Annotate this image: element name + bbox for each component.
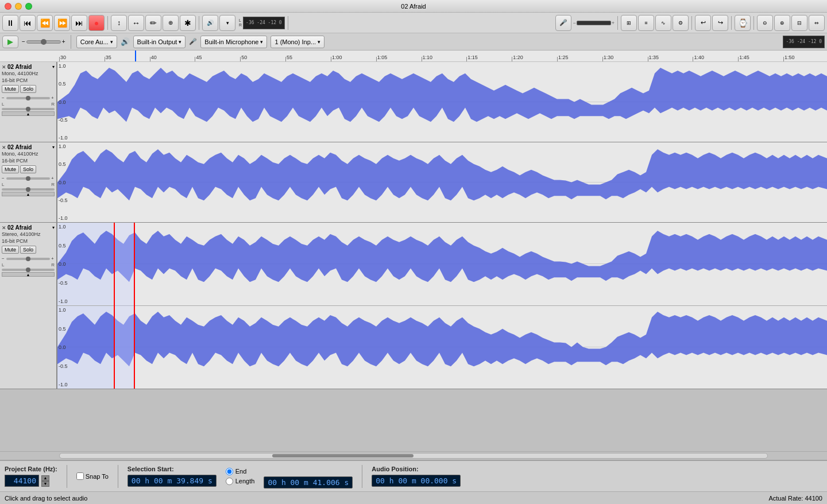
track-1-waveform[interactable]: 1.0 0.5 0.0 -0.5 -1.0 bbox=[57, 62, 827, 142]
track-2-l-label: L bbox=[2, 182, 4, 187]
zoom-in-button[interactable]: ⊕ bbox=[163, 15, 179, 31]
freq-button[interactable]: ≡ bbox=[638, 15, 654, 31]
track-3-waveform-area[interactable]: 1.0 0.5 0.0 -0.5 -1.0 bbox=[57, 223, 827, 389]
rewind-icon: ⏮ bbox=[24, 18, 32, 28]
track-1-l-label: L bbox=[2, 102, 4, 107]
analyze-button[interactable]: ∿ bbox=[655, 15, 671, 31]
select-tool-button[interactable]: ↕ bbox=[111, 15, 127, 31]
track-2-close-button[interactable]: ✕ bbox=[2, 145, 6, 150]
channel-dropdown[interactable]: 1 (Mono) Inp... bbox=[270, 36, 324, 48]
track-3-left-svg bbox=[57, 223, 827, 305]
analyze-icon: ∿ bbox=[661, 20, 666, 26]
track-3-mute-button[interactable]: Mute bbox=[2, 246, 19, 254]
zoom-fit-icon: ⊖ bbox=[763, 20, 767, 26]
maximize-button[interactable] bbox=[25, 3, 32, 10]
grid-button[interactable]: ⊞ bbox=[621, 15, 637, 31]
zoom-sel-button[interactable]: ⊕ bbox=[774, 15, 790, 31]
zoom-sel-icon: ⊕ bbox=[780, 20, 785, 26]
scrollbar-thumb[interactable] bbox=[272, 454, 413, 458]
draw-tool-button[interactable]: ✏ bbox=[145, 15, 161, 31]
record-button[interactable]: ● bbox=[88, 15, 105, 31]
track-2-pan-slider[interactable] bbox=[2, 188, 55, 191]
timer-button[interactable]: ⌚ bbox=[735, 15, 751, 31]
track-1-header: ✕ 02 Afraid ▾ Mono, 44100Hz 16-bit PCM M… bbox=[0, 62, 57, 142]
mic-icon: 🎤 bbox=[559, 19, 567, 26]
tools-icon: ⚙ bbox=[678, 20, 683, 26]
track-1-solo-button[interactable]: Solo bbox=[20, 85, 36, 93]
selection-start-value[interactable]: 00 h 00 m 39.849 s bbox=[127, 475, 217, 487]
input-device-label: Built-in Microphone bbox=[204, 38, 258, 45]
track-2-pan-row bbox=[2, 188, 55, 191]
track-2-collapse-button[interactable]: ▲ bbox=[2, 192, 55, 196]
track-2-volume-slider[interactable] bbox=[6, 177, 50, 180]
mic-button[interactable]: 🎤 bbox=[555, 15, 571, 31]
horizontal-scrollbar[interactable] bbox=[59, 453, 768, 459]
snap-button[interactable]: ✱ bbox=[180, 15, 196, 31]
separator4 bbox=[617, 16, 618, 30]
track-1-close-button[interactable]: ✕ bbox=[2, 64, 6, 70]
track-3-pan-slider[interactable] bbox=[2, 269, 55, 271]
track-1-mute-button[interactable]: Mute bbox=[2, 85, 19, 93]
track-2-header: ✕ 02 Afraid ▾ Mono, 44100Hz 16-bit PCM M… bbox=[0, 142, 57, 222]
ruler-tick: 1:00 bbox=[331, 51, 376, 61]
input-device-dropdown[interactable]: Built-in Microphone bbox=[200, 36, 267, 48]
track-2-waveform[interactable]: 1.0 0.5 0.0 -0.5 -1.0 bbox=[57, 142, 827, 222]
track-1-collapse-button[interactable]: ▲ bbox=[2, 111, 55, 116]
skip-fwd-icon: ⏩ bbox=[57, 18, 67, 28]
track-1-r-label: R bbox=[51, 102, 55, 107]
track-3-dropdown-button[interactable]: ▾ bbox=[52, 225, 55, 230]
skip-fwd-button[interactable]: ⏩ bbox=[54, 15, 70, 31]
rate-up-button[interactable]: ▲ bbox=[41, 475, 49, 481]
project-rate-value[interactable]: 44100 bbox=[5, 475, 39, 487]
snap-to-checkbox[interactable] bbox=[76, 472, 84, 480]
track-1-lr-row: L R bbox=[2, 102, 55, 107]
end-value[interactable]: 00 h 00 m 41.006 s bbox=[264, 476, 353, 489]
redo-button[interactable]: ↪ bbox=[712, 15, 728, 31]
track-3-lr-row: L R bbox=[2, 262, 55, 267]
output-meter-labels: -36 -24 -12 0 bbox=[786, 39, 822, 44]
playback-device-dropdown[interactable]: Core Au... bbox=[76, 36, 117, 48]
main-content: ✕ 02 Afraid ▾ Mono, 44100Hz 16-bit PCM M… bbox=[0, 62, 827, 451]
track-3-solo-button[interactable]: Solo bbox=[20, 246, 36, 254]
rewind-button[interactable]: ⏮ bbox=[20, 15, 36, 31]
track-3-close-button[interactable]: ✕ bbox=[2, 225, 6, 231]
mic-small-icon[interactable]: 🎤 bbox=[189, 38, 197, 45]
timeline-ruler[interactable]: 3035404550551:001:051:101:151:201:251:30… bbox=[0, 51, 827, 62]
play-button[interactable]: ▶ bbox=[2, 36, 18, 48]
length-radio[interactable] bbox=[226, 478, 233, 485]
end-radio[interactable] bbox=[226, 468, 233, 475]
skip-back-button[interactable]: ⏪ bbox=[37, 15, 53, 31]
volume-button[interactable]: 🔊 bbox=[202, 15, 218, 31]
minimize-button[interactable] bbox=[15, 3, 22, 10]
tools-button[interactable]: ⚙ bbox=[673, 15, 689, 31]
ruler-tick: 1:30 bbox=[602, 51, 648, 61]
track-1-dropdown-button[interactable]: ▾ bbox=[52, 64, 55, 69]
speed-slider[interactable] bbox=[26, 40, 61, 44]
track-2-solo-button[interactable]: Solo bbox=[20, 165, 36, 173]
end-length-group: End Length bbox=[226, 468, 255, 485]
track-2-dropdown-button[interactable]: ▾ bbox=[52, 145, 55, 150]
track-1-volume-slider[interactable] bbox=[6, 97, 50, 99]
fwd-button[interactable]: ⏭ bbox=[71, 15, 87, 31]
rate-down-button[interactable]: ▼ bbox=[41, 481, 49, 487]
zoom-tool-button[interactable]: ↔ bbox=[128, 15, 144, 31]
zoom-out-button[interactable]: ⊟ bbox=[791, 15, 807, 31]
vol-down-button[interactable]: ▾ bbox=[219, 15, 235, 31]
zoom-toggle-button[interactable]: ⇔ bbox=[809, 15, 825, 31]
zoom-toggle-icon: ⇔ bbox=[814, 20, 819, 26]
track-1-pan-slider[interactable] bbox=[2, 108, 55, 110]
track-2-mute-button[interactable]: Mute bbox=[2, 165, 19, 173]
output-device-dropdown[interactable]: Built-in Output bbox=[133, 36, 186, 48]
ruler-tick: 40 bbox=[150, 51, 195, 61]
pause-button[interactable]: ⏸ bbox=[2, 15, 18, 31]
track-3-volume-slider[interactable] bbox=[6, 258, 50, 260]
speaker-icon[interactable]: 🔊 bbox=[121, 37, 130, 46]
zoom-fit-button[interactable]: ⊖ bbox=[757, 15, 773, 31]
end-value-group: 00 h 00 m 41.006 s bbox=[264, 464, 353, 489]
undo-button[interactable]: ↩ bbox=[695, 15, 711, 31]
audio-position-value[interactable]: 00 h 00 m 00.000 s bbox=[372, 475, 461, 487]
track-3-collapse-button[interactable]: ▲ bbox=[2, 272, 55, 277]
close-button[interactable] bbox=[5, 3, 11, 10]
project-rate-box: 44100 ▲ ▼ bbox=[5, 475, 57, 487]
separator7 bbox=[753, 16, 754, 30]
